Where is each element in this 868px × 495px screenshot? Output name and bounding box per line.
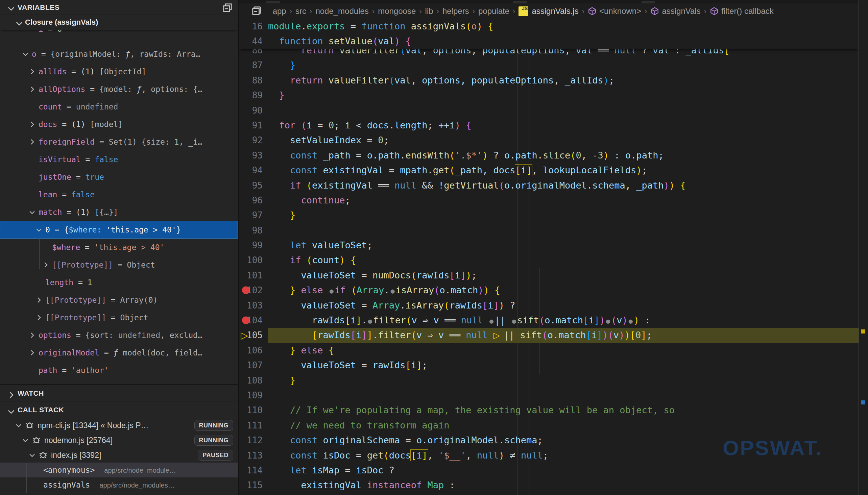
inline-breakpoint-candidate-icon[interactable]: ● bbox=[628, 313, 634, 328]
chevron-right-icon[interactable] bbox=[29, 63, 38, 81]
code-text[interactable]: setValueIndex = 0; bbox=[268, 133, 858, 148]
tab-strip[interactable] bbox=[239, 0, 868, 3]
variable-row-prototype[interactable]: [[Prototype]] = Object bbox=[0, 309, 238, 326]
chevron-down-icon[interactable] bbox=[22, 433, 32, 448]
chevron-right-icon[interactable] bbox=[29, 81, 38, 98]
code-text[interactable] bbox=[268, 223, 858, 238]
gutter[interactable]: 93 bbox=[239, 148, 268, 163]
chevron-right-icon[interactable] bbox=[42, 256, 52, 274]
variable-row-isvirtual[interactable]: isVirtual = false bbox=[0, 151, 238, 168]
code-text[interactable]: if (count) { bbox=[268, 253, 858, 268]
gutter[interactable]: 106 bbox=[239, 343, 268, 358]
code-text[interactable]: rawIds[i].●filter(v ⇒ v ══ null ●|| ●sif… bbox=[268, 313, 858, 328]
gutter[interactable]: 101 bbox=[239, 268, 268, 283]
breadcrumb-folder[interactable]: mongoose bbox=[378, 6, 416, 16]
code-text[interactable]: if (existingVal ══ null && !getVirtual(o… bbox=[268, 178, 858, 193]
gutter[interactable]: 90 bbox=[239, 103, 268, 118]
chevron-right-icon[interactable] bbox=[29, 133, 38, 151]
breadcrumb-folder[interactable]: node_modules bbox=[316, 6, 369, 16]
inline-breakpoint-candidate-icon[interactable]: ● bbox=[605, 313, 611, 328]
gutter[interactable]: 89 bbox=[239, 88, 268, 103]
chevron-down-icon[interactable] bbox=[29, 448, 38, 463]
inline-breakpoint-candidate-icon[interactable]: ● bbox=[389, 284, 395, 298]
code-text[interactable]: for (i = 0; i < docs.length; ++i) { bbox=[268, 118, 858, 133]
code-text[interactable]: } else { bbox=[268, 343, 858, 358]
gutter[interactable]: 116 bbox=[239, 493, 268, 495]
gutter[interactable]: 91 bbox=[239, 118, 268, 133]
chevron-down-icon[interactable] bbox=[15, 18, 24, 27]
chevron-down-icon[interactable] bbox=[7, 405, 16, 414]
variable-row-foreignfield[interactable]: foreignField = Set(1) {size: 1, _i… bbox=[0, 133, 238, 151]
variable-row-match[interactable]: match = (1) [{…}] bbox=[0, 203, 238, 221]
chevron-right-icon[interactable] bbox=[35, 309, 45, 326]
variable-row-allids[interactable]: allIds = (1) [ObjectId] bbox=[0, 63, 238, 81]
gutter[interactable]: 97 bbox=[239, 208, 268, 223]
variable-row-prototype[interactable]: [[Prototype]] = Array(0) bbox=[0, 291, 238, 309]
breadcrumb-symbol[interactable]: assignVals bbox=[662, 6, 700, 16]
gutter[interactable]: 96 bbox=[239, 193, 268, 208]
code-text[interactable]: existingVal instanceof Map : bbox=[268, 478, 858, 493]
gutter[interactable]: 92 bbox=[239, 133, 268, 148]
chevron-right-icon[interactable] bbox=[35, 291, 45, 309]
chevron-right-icon[interactable] bbox=[29, 116, 38, 133]
gutter[interactable]: 104 bbox=[239, 313, 268, 328]
code-text[interactable]: } bbox=[268, 373, 858, 388]
variable-row-length[interactable]: length = 1 bbox=[0, 274, 238, 291]
variable-row-prototype[interactable]: [[Prototype]] = Object bbox=[0, 256, 238, 274]
callstack-session-row[interactable]: nodemon.js [25764]RUNNING bbox=[0, 433, 238, 448]
code-text[interactable]: utils.isPOJO(existingVal) bbox=[268, 493, 858, 495]
gutter[interactable]: 102 bbox=[239, 283, 268, 298]
gutter[interactable]: 108 bbox=[239, 373, 268, 388]
inline-breakpoint-candidate-icon[interactable]: ● bbox=[511, 313, 517, 328]
gutter[interactable]: 111 bbox=[239, 418, 268, 433]
inline-breakpoint-candidate-icon[interactable]: ● bbox=[328, 284, 335, 298]
code-text[interactable]: } bbox=[268, 88, 858, 103]
code-text[interactable]: continue; bbox=[268, 193, 858, 208]
variable-row-o[interactable]: o = {originalModel: ƒ, rawIds: Arra… bbox=[0, 45, 238, 63]
chevron-down-icon[interactable] bbox=[15, 418, 25, 433]
code-text[interactable] bbox=[268, 103, 858, 118]
chevron-right-icon[interactable] bbox=[29, 326, 38, 344]
gutter[interactable]: 94 bbox=[239, 163, 268, 178]
code-text[interactable]: valueToSet = rawIds[i]; bbox=[268, 358, 858, 373]
variable-row-alloptions[interactable]: allOptions = {model: ƒ, options: {… bbox=[0, 81, 238, 98]
breadcrumb-symbol[interactable]: <unknown> bbox=[599, 6, 641, 16]
callstack-section-header[interactable]: CALL STACK bbox=[0, 401, 238, 417]
code-text[interactable]: valueToSet = Array.isArray(rawIds[i]) ? bbox=[268, 298, 858, 313]
code-text[interactable]: } bbox=[268, 208, 858, 223]
inline-breakpoint-candidate-icon[interactable]: ● bbox=[367, 313, 373, 328]
watch-section-header[interactable]: WATCH bbox=[0, 384, 238, 401]
variable-row-i[interactable]: i = 0 bbox=[0, 30, 238, 38]
variables-section-header[interactable]: VARIABLES bbox=[0, 0, 238, 15]
chevron-down-icon[interactable] bbox=[35, 221, 45, 239]
variable-row-originalmodel[interactable]: originalModel = ƒ model(doc, field… bbox=[0, 344, 238, 361]
chevron-down-icon[interactable] bbox=[7, 3, 16, 12]
variable-row-$where[interactable]: $where = 'this.age > 40' bbox=[0, 239, 238, 256]
variable-row-options[interactable]: options = {sort: undefined, exclud… bbox=[0, 326, 238, 344]
gutter[interactable]: 114 bbox=[239, 463, 268, 478]
overview-ruler[interactable] bbox=[858, 0, 868, 495]
gutter[interactable]: 100 bbox=[239, 253, 268, 268]
variable-row-path[interactable]: path = 'author' bbox=[0, 361, 238, 379]
split-editor-icon[interactable] bbox=[252, 5, 261, 19]
gutter[interactable]: 16 bbox=[239, 19, 268, 34]
variable-row-docs[interactable]: docs = (1) [model] bbox=[0, 116, 238, 133]
breadcrumb-folder[interactable]: lib bbox=[425, 6, 433, 16]
code-text[interactable] bbox=[268, 388, 858, 403]
gutter[interactable]: 113 bbox=[239, 448, 268, 463]
breadcrumb-folder[interactable]: app bbox=[273, 6, 286, 16]
chevron-right-icon[interactable] bbox=[7, 389, 16, 397]
gutter[interactable]: 98 bbox=[239, 223, 268, 238]
breadcrumb-folder[interactable]: src bbox=[295, 6, 306, 16]
gutter[interactable]: 99 bbox=[239, 238, 268, 253]
stack-frame-row[interactable]: <anonymous>app/src/node_module… bbox=[0, 463, 238, 477]
code-text[interactable]: const existingVal = mpath.get(_path, doc… bbox=[268, 163, 858, 178]
collapse-all-icon[interactable] bbox=[222, 3, 233, 13]
gutter[interactable]: 109 bbox=[239, 388, 268, 403]
gutter[interactable]: 88 bbox=[239, 73, 268, 88]
variable-row-clipped[interactable]: i = 0 bbox=[0, 30, 238, 38]
stack-frame-row[interactable]: assignValsapp/src/node_modules… bbox=[0, 477, 238, 492]
scope-closure-row[interactable]: Closure (assignVals) bbox=[0, 15, 238, 30]
code-text[interactable]: } else ●if (Array.●isArray(o.match)) { bbox=[268, 283, 858, 298]
callstack-session-row[interactable]: index.js [3392]PAUSED bbox=[0, 448, 238, 463]
